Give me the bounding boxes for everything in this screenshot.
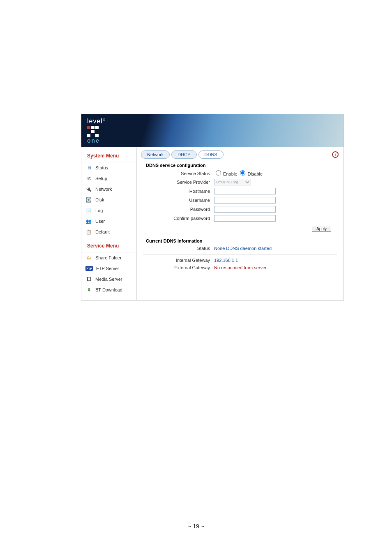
sidebar-item-disk[interactable]: 💽Disk: [81, 194, 136, 205]
ddns-config-form: Service Status Enable Disable Service Pr…: [141, 169, 339, 223]
sidebar-item-user[interactable]: 👥User: [81, 216, 136, 227]
logo-brand: level: [87, 118, 103, 125]
sidebar-item-label: Disk: [95, 197, 104, 202]
password-input[interactable]: [214, 206, 276, 213]
password-label: Password: [142, 205, 212, 213]
apply-button[interactable]: Apply: [312, 226, 331, 232]
external-gateway-value: No responded from server.: [212, 264, 339, 271]
disk-icon: 💽: [85, 197, 92, 203]
confirm-password-label: Confirm password: [142, 214, 212, 222]
sidebar-item-label: User: [95, 219, 105, 224]
confirm-password-input[interactable]: [214, 215, 276, 222]
log-icon: 📄: [85, 207, 92, 214]
sidebar-item-bt[interactable]: ⬇BT Download: [81, 284, 136, 295]
folder-icon: 🗂: [85, 254, 92, 261]
sidebar-item-log[interactable]: 📄Log: [81, 205, 136, 216]
tab-network[interactable]: Network: [141, 150, 170, 159]
logo-sub: one: [87, 137, 338, 144]
username-input[interactable]: [214, 197, 276, 204]
username-label: Username: [142, 196, 212, 204]
tab-ddns[interactable]: DDNS: [198, 150, 224, 159]
disable-radio[interactable]: [240, 170, 245, 176]
sidebar-item-setup[interactable]: 🛠Setup: [81, 173, 136, 184]
ddns-info-table: Status None DDNS daemon started Internal…: [141, 244, 339, 272]
sidebar-item-label: Status: [95, 165, 108, 170]
sidebar: System Menu 🖥Status 🛠Setup 🔌Network 💽Dis…: [81, 147, 137, 300]
internal-gateway-value: 192.168.1.1: [212, 257, 339, 264]
hostname-label: Hostname: [142, 187, 212, 195]
admin-screenshot: level® one System Menu 🖥Status 🛠Setup 🔌N…: [81, 114, 344, 301]
tab-dhcp[interactable]: DHCP: [171, 150, 196, 159]
sidebar-item-media[interactable]: 🎞Media Server: [81, 274, 136, 284]
info-icon[interactable]: i: [332, 151, 339, 158]
disable-label: Disable: [247, 171, 263, 176]
sidebar-item-default[interactable]: 📋Default: [81, 227, 136, 237]
service-provider-label: Service Provider: [142, 178, 212, 186]
default-icon: 📋: [85, 229, 92, 235]
logo-grid-icon: [87, 126, 338, 137]
sidebar-item-label: Share Folder: [95, 255, 122, 260]
sidebar-item-label: Setup: [95, 176, 107, 181]
sidebar-item-label: BT Download: [95, 287, 122, 292]
logo-reg: ®: [103, 118, 105, 122]
ftp-icon: FTP: [85, 266, 93, 271]
external-gateway-label: External Gateway: [142, 264, 212, 271]
sidebar-item-ftp[interactable]: FTPFTP Server: [81, 263, 136, 274]
header-banner: level® one: [81, 114, 344, 147]
service-status-label: Service Status: [142, 169, 212, 177]
sidebar-item-label: FTP Server: [96, 266, 119, 271]
status-value: None DDNS daemon started: [212, 245, 339, 252]
sidebar-item-network[interactable]: 🔌Network: [81, 184, 136, 194]
enable-label: Enable: [223, 171, 237, 176]
content-area: Network DHCP DDNS i DDNS service configu…: [137, 147, 344, 300]
enable-radio[interactable]: [216, 170, 221, 176]
page-number: ~ 19 ~: [0, 523, 392, 530]
monitor-icon: 🖥: [85, 164, 92, 171]
internal-gateway-label: Internal Gateway: [142, 257, 212, 264]
download-icon: ⬇: [85, 287, 92, 293]
ddns-info-title: Current DDNS Information: [146, 238, 339, 243]
logo: level® one: [87, 118, 338, 144]
sidebar-item-label: Media Server: [95, 277, 122, 282]
media-icon: 🎞: [85, 276, 92, 282]
service-menu-head: Service Menu: [81, 240, 136, 252]
sidebar-item-label: Log: [95, 208, 103, 213]
network-icon: 🔌: [85, 186, 92, 192]
sidebar-item-status[interactable]: 🖥Status: [81, 162, 136, 173]
users-icon: 👥: [85, 218, 92, 224]
system-menu-head: System Menu: [81, 150, 136, 162]
hostname-input[interactable]: [214, 188, 276, 194]
sidebar-item-share[interactable]: 🗂Share Folder: [81, 252, 136, 263]
sidebar-item-label: Default: [95, 229, 110, 234]
provider-select[interactable]: DYNDNS.org: [214, 179, 251, 185]
status-label: Status: [142, 245, 212, 252]
ddns-config-title: DDNS service configuration: [146, 163, 339, 168]
tools-icon: 🛠: [85, 175, 92, 182]
sidebar-item-label: Network: [95, 187, 112, 192]
tabs: Network DHCP DDNS: [141, 150, 339, 159]
